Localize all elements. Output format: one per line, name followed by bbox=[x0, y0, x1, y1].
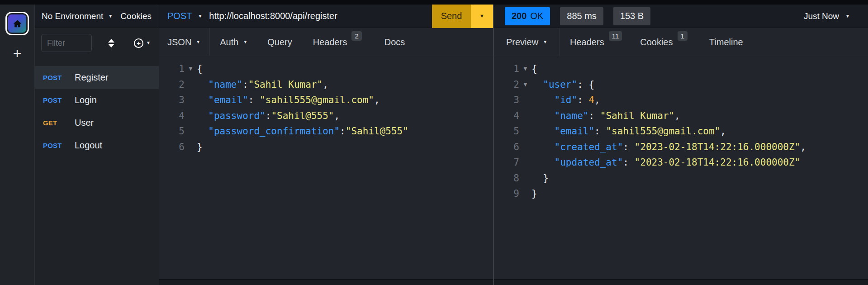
request-list-item[interactable]: GETUser bbox=[35, 111, 159, 134]
editor-line: 7 "updated_at": "2023-02-18T14:22:16.000… bbox=[494, 155, 868, 171]
editor-line: 3 "email": "sahil555@gmail.com", bbox=[159, 92, 493, 108]
line-number: 6 bbox=[494, 139, 519, 155]
code-text: } bbox=[531, 171, 549, 186]
editor-line: 4 "name": "Sahil Kumar", bbox=[494, 108, 868, 124]
request-name: Register bbox=[75, 72, 108, 83]
chevron-down-icon: ▼ bbox=[196, 40, 200, 44]
code-text: "created_at": "2023-02-18T14:22:16.00000… bbox=[531, 139, 806, 155]
request-body-editor[interactable]: 1▼{2 "name":"Sahil Kumar",3 "email": "sa… bbox=[159, 56, 493, 279]
tab-label: Docs bbox=[384, 37, 405, 48]
code-text: "email": "sahil555@gmail.com", bbox=[197, 92, 380, 108]
line-number: 7 bbox=[494, 155, 519, 171]
code-text: } bbox=[531, 186, 537, 202]
line-number: 3 bbox=[159, 92, 185, 108]
tab-label: Headers bbox=[313, 37, 347, 48]
fold-gutter bbox=[519, 155, 531, 171]
tab-auth[interactable]: Auth ▼ bbox=[220, 37, 247, 48]
environment-selector[interactable]: No Environment ▼ bbox=[42, 11, 113, 21]
line-number: 9 bbox=[494, 186, 519, 202]
editor-line: 6} bbox=[159, 139, 493, 155]
add-request-button[interactable]: + ▼ bbox=[134, 38, 151, 48]
chevron-down-icon[interactable]: ▼ bbox=[198, 14, 202, 19]
tab-response-headers[interactable]: Headers 11 bbox=[570, 37, 622, 48]
editor-line: 8 } bbox=[494, 171, 868, 186]
chevron-down-icon: ▼ bbox=[543, 40, 547, 44]
tab-label: Preview bbox=[506, 37, 538, 48]
editor-line: 5 "email": "sahil555@gmail.com", bbox=[494, 124, 868, 139]
fold-arrow-icon[interactable]: ▼ bbox=[519, 61, 531, 77]
tab-headers[interactable]: Headers 2 bbox=[313, 37, 362, 48]
fold-gutter bbox=[519, 92, 531, 108]
request-list-item[interactable]: POSTLogout bbox=[35, 134, 159, 157]
tab-preview[interactable]: Preview ▼ bbox=[506, 37, 547, 48]
line-number: 4 bbox=[494, 108, 519, 124]
code-text: "password_confirmation":"Sahil@555" bbox=[197, 124, 408, 139]
plus-circle-icon: + bbox=[134, 38, 143, 48]
tab-divider bbox=[209, 28, 210, 56]
url-input[interactable]: http://localhost:8000/api/register bbox=[209, 11, 337, 21]
editor-line: 2▼ "user": { bbox=[494, 77, 868, 93]
tab-timeline[interactable]: Timeline bbox=[709, 37, 743, 48]
chevron-down-icon: ▼ bbox=[845, 14, 850, 19]
home-icon bbox=[12, 19, 23, 29]
fold-gutter bbox=[185, 124, 197, 139]
home-button[interactable] bbox=[5, 12, 29, 35]
fold-arrow-icon[interactable]: ▼ bbox=[519, 77, 531, 93]
environment-label: No Environment bbox=[42, 11, 103, 21]
create-new-button[interactable]: + bbox=[13, 46, 22, 61]
response-tab-bar: Preview ▼ Headers 11 Cookies 1 Timeline bbox=[494, 28, 868, 56]
status-badge[interactable]: 200 OK bbox=[505, 7, 550, 25]
url-bar: POST ▼ http://localhost:8000/api/registe… bbox=[159, 5, 493, 28]
response-panel: 200 OK 885 ms 153 B Just Now ▼ Preview ▼… bbox=[493, 5, 868, 285]
sort-up-icon bbox=[108, 39, 114, 43]
fold-arrow-icon[interactable]: ▼ bbox=[185, 61, 197, 77]
sort-button[interactable] bbox=[108, 39, 114, 48]
code-text: } bbox=[197, 139, 203, 155]
send-options-button[interactable]: ▼ bbox=[471, 5, 493, 28]
editor-line: 5 "password_confirmation":"Sahil@555" bbox=[159, 124, 493, 139]
status-text: OK bbox=[530, 11, 543, 21]
tab-label: Query bbox=[267, 37, 292, 48]
response-history-dropdown[interactable]: Just Now ▼ bbox=[804, 11, 850, 21]
cookies-link[interactable]: Cookies bbox=[120, 11, 152, 21]
tab-docs[interactable]: Docs bbox=[384, 37, 405, 48]
home-button-gradient bbox=[8, 14, 26, 33]
history-label: Just Now bbox=[804, 11, 839, 21]
response-panel-footer bbox=[494, 279, 868, 285]
fold-gutter bbox=[519, 108, 531, 124]
fold-gutter bbox=[519, 139, 531, 155]
sort-down-icon bbox=[108, 44, 114, 48]
code-text: "name":"Sahil Kumar", bbox=[197, 77, 328, 93]
tab-label: Auth bbox=[220, 37, 238, 48]
request-list-item[interactable]: POSTRegister bbox=[35, 66, 159, 89]
request-method-tag: POST bbox=[43, 142, 66, 149]
response-status-bar: 200 OK 885 ms 153 B Just Now ▼ bbox=[494, 5, 868, 28]
line-number: 2 bbox=[494, 77, 519, 93]
request-name: Logout bbox=[75, 140, 102, 151]
tab-query[interactable]: Query bbox=[267, 37, 292, 48]
tab-response-cookies[interactable]: Cookies 1 bbox=[640, 37, 688, 48]
response-body-viewer[interactable]: 1▼{2▼ "user": {3 "id": 4,4 "name": "Sahi… bbox=[494, 56, 868, 279]
editor-line: 1▼{ bbox=[494, 61, 868, 77]
send-button[interactable]: Send bbox=[432, 5, 471, 28]
editor-line: 3 "id": 4, bbox=[494, 92, 868, 108]
chevron-down-icon: ▼ bbox=[243, 40, 247, 44]
tab-body-json[interactable]: JSON ▼ bbox=[167, 37, 200, 48]
line-number: 1 bbox=[159, 61, 185, 77]
tab-label: Cookies bbox=[640, 37, 673, 48]
request-list-item[interactable]: POSTLogin bbox=[35, 89, 159, 111]
cookies-count-badge: 1 bbox=[678, 31, 688, 41]
line-number: 8 bbox=[494, 171, 519, 186]
response-time-chip: 885 ms bbox=[560, 7, 603, 25]
line-number: 5 bbox=[159, 124, 185, 139]
code-text: "email": "sahil555@gmail.com", bbox=[531, 124, 726, 139]
filter-input[interactable] bbox=[41, 34, 92, 52]
line-number: 3 bbox=[494, 92, 519, 108]
sidebar-filter-row: + ▼ bbox=[35, 28, 159, 58]
request-panel: POST ▼ http://localhost:8000/api/registe… bbox=[159, 5, 493, 285]
response-size-chip: 153 B bbox=[613, 7, 650, 25]
request-method-label[interactable]: POST bbox=[167, 11, 192, 21]
fold-gutter bbox=[185, 77, 197, 93]
line-number: 2 bbox=[159, 77, 185, 93]
request-name: User bbox=[75, 118, 94, 128]
